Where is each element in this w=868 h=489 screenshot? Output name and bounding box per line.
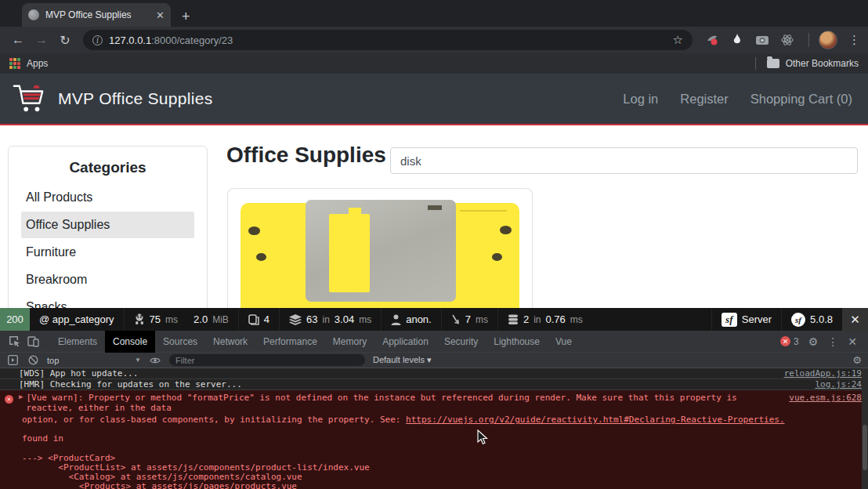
site-nav: Log in Register Shopping Cart (0) xyxy=(623,92,852,107)
user-value: anon. xyxy=(406,313,432,325)
twig-count: 63 xyxy=(306,313,317,325)
twig-time: 3.04 xyxy=(335,313,354,325)
server-segment[interactable]: sf Server xyxy=(711,308,781,331)
login-link[interactable]: Log in xyxy=(623,92,658,107)
new-tab-button[interactable]: + xyxy=(182,9,190,24)
mascot-icon xyxy=(134,313,145,325)
tab-application[interactable]: Application xyxy=(374,331,436,353)
url-path: :8000/category/23 xyxy=(151,34,233,46)
product-image-floppy-disk xyxy=(237,198,523,308)
route-name: @ app_category xyxy=(39,313,114,325)
apps-grid-icon[interactable] xyxy=(9,58,20,69)
url-text[interactable]: 127.0.0.1:8000/category/23 xyxy=(109,34,233,46)
inspect-element-icon[interactable] xyxy=(5,332,24,351)
version-segment[interactable]: sf 5.0.8 xyxy=(781,308,842,331)
console-scrollbar[interactable] xyxy=(862,368,868,489)
extension-icon-badge[interactable] xyxy=(705,33,719,47)
extension-icon-atom[interactable] xyxy=(780,33,794,47)
floppy-disk-body xyxy=(241,203,519,308)
console-log-row: [HMR] Checking for updates on the server… xyxy=(0,379,868,390)
log-levels-dropdown[interactable]: Default levels ▾ xyxy=(373,355,432,365)
tab-console[interactable]: Console xyxy=(105,331,155,353)
tab-vue[interactable]: Vue xyxy=(548,331,580,353)
sidebar-item-all-products[interactable]: All Products xyxy=(21,184,194,211)
site-title[interactable]: MVP Office Supplies xyxy=(58,89,213,108)
back-button[interactable]: ← xyxy=(8,30,28,50)
reload-button[interactable]: ↻ xyxy=(55,30,75,50)
forms-segment[interactable]: 4 xyxy=(238,308,279,331)
device-toolbar-icon[interactable] xyxy=(24,332,42,351)
page-content: Categories All Products Office Supplies … xyxy=(0,125,868,308)
tab-close-icon[interactable]: ✕ xyxy=(156,9,165,21)
register-link[interactable]: Register xyxy=(680,92,728,107)
browser-tab[interactable]: MVP Office Supplies ✕ xyxy=(22,3,171,27)
bookmarks-divider xyxy=(755,57,756,70)
source-link[interactable]: log.js:24 xyxy=(815,379,862,389)
tab-sources[interactable]: Sources xyxy=(155,331,205,353)
sidebar-item-breakroom[interactable]: Breakroom xyxy=(21,266,194,293)
devtools-settings-icon[interactable]: ⚙ xyxy=(808,335,819,348)
source-link[interactable]: vue.esm.js:628 xyxy=(781,393,862,413)
route-segment[interactable]: @ app_category xyxy=(30,308,124,331)
bookmark-star-icon[interactable]: ☆ xyxy=(673,33,683,47)
devtools-close-icon[interactable]: ✕ xyxy=(848,335,857,348)
log-text: [HMR] Checking for updates on the server… xyxy=(19,379,242,389)
extension-icon-flame[interactable] xyxy=(730,33,744,47)
status-code-badge[interactable]: 200 xyxy=(0,308,30,331)
db-segment[interactable]: 2 in 0.76 ms xyxy=(497,308,592,331)
console-filter-input[interactable] xyxy=(169,354,365,366)
tab-security[interactable]: Security xyxy=(436,331,486,353)
tab-network[interactable]: Network xyxy=(205,331,255,353)
console-settings-icon[interactable]: ⚙ xyxy=(852,354,862,366)
address-bar[interactable]: i 127.0.0.1:8000/category/23 ☆ xyxy=(83,30,693,50)
context-selector[interactable]: top ▼ xyxy=(47,356,141,365)
live-expression-eye-icon[interactable] xyxy=(149,354,161,367)
devtools-tab-bar: Elements Console Sources Network Perform… xyxy=(0,331,868,353)
error-icon: ✕ xyxy=(5,395,13,404)
cart-logo-icon[interactable] xyxy=(11,82,47,115)
console-sidebar-icon[interactable] xyxy=(6,354,19,367)
apps-label[interactable]: Apps xyxy=(27,58,48,69)
error-count-badge[interactable]: ✕ 3 xyxy=(780,336,799,347)
page-info-icon[interactable]: i xyxy=(92,35,103,45)
other-bookmarks-label[interactable]: Other Bookmarks xyxy=(786,58,859,69)
page-title: Office Supplies xyxy=(226,143,386,168)
toolbar-close-button[interactable]: ✕ xyxy=(842,308,868,331)
tab-favicon-icon xyxy=(28,9,39,20)
tab-elements[interactable]: Elements xyxy=(50,331,105,353)
console-output: [WDS] App hot update... reloadApp.js:19 … xyxy=(0,368,868,489)
extension-icon-camera[interactable] xyxy=(755,33,769,47)
database-icon xyxy=(508,314,519,325)
scrollbar-thumb[interactable] xyxy=(863,425,867,470)
tab-performance[interactable]: Performance xyxy=(255,331,325,353)
chevron-down-icon: ▼ xyxy=(135,357,141,364)
sidebar-item-office-supplies[interactable]: Office Supplies xyxy=(21,212,194,238)
profiler-segment[interactable]: 75 ms 2.0 MiB xyxy=(124,308,238,331)
user-segment[interactable]: anon. xyxy=(381,308,441,331)
browser-menu-icon[interactable]: ⋮ xyxy=(848,33,860,47)
sidebar-item-furniture[interactable]: Furniture xyxy=(21,239,194,266)
extensions-area xyxy=(700,33,799,47)
url-host: 127.0.0.1 xyxy=(109,34,151,46)
sidebar-item-snacks[interactable]: Snacks xyxy=(21,294,194,308)
clear-console-icon[interactable] xyxy=(27,354,39,367)
source-link[interactable]: reloadApp.js:19 xyxy=(784,368,862,379)
docs-link[interactable]: https://vuejs.org/v2/guide/reactivity.ht… xyxy=(406,415,784,425)
devtools-menu-icon[interactable]: ⋮ xyxy=(827,335,838,348)
search-input[interactable] xyxy=(390,147,858,174)
ajax-segment[interactable]: 7 ms xyxy=(441,308,497,331)
tab-lighthouse[interactable]: Lighthouse xyxy=(486,331,548,353)
tab-memory[interactable]: Memory xyxy=(325,331,374,353)
error-icon: ✕ xyxy=(780,336,790,346)
error-text-line1: [Vue warn]: Property or method "formatPr… xyxy=(26,393,781,413)
shopping-cart-link[interactable]: Shopping Cart (0) xyxy=(750,92,852,107)
error-text-line2: option, or for class-based components, b… xyxy=(22,415,406,425)
expand-triangle-icon[interactable]: ▶ xyxy=(19,393,23,413)
profile-avatar[interactable] xyxy=(819,31,837,49)
console-log-row: [WDS] App hot update... reloadApp.js:19 xyxy=(0,368,868,379)
user-icon xyxy=(391,314,401,325)
toolbar-divider xyxy=(808,33,809,47)
twig-segment[interactable]: 63 in 3.04 ms xyxy=(279,308,381,331)
forward-button[interactable]: → xyxy=(31,30,52,50)
product-card[interactable] xyxy=(227,188,533,308)
